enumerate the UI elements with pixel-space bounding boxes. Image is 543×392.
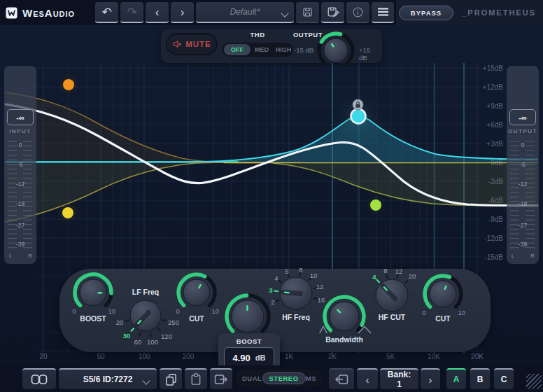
save-icon: [302, 6, 313, 18]
chevron-right-icon: ›: [181, 6, 185, 18]
mute-speaker-icon: [172, 39, 182, 49]
output-meter-r: R: [530, 253, 535, 259]
load-from-icon: [334, 374, 348, 385]
output-meter-l: L: [512, 253, 514, 259]
popup-param-label: BOOST: [218, 337, 280, 345]
mode-ms[interactable]: MS: [306, 374, 316, 382]
channel-mode-group: DUAL STEREO MS: [235, 370, 323, 387]
svg-text:20: 20: [39, 353, 48, 360]
slot-c-button[interactable]: C: [494, 368, 514, 389]
svg-text:-6: -6: [520, 161, 526, 168]
prev-bank-button[interactable]: ‹: [357, 368, 378, 389]
resize-grip[interactable]: [526, 374, 542, 389]
thd-option-high[interactable]: HIGH: [273, 46, 294, 53]
svg-text:+12dB: +12dB: [483, 83, 504, 91]
save-button[interactable]: [296, 2, 319, 23]
mode-stereo[interactable]: STEREO: [262, 372, 306, 384]
input-meter: -∞ INPUT 0-6-12-18-27-39LR: [4, 66, 36, 264]
undo-icon: ↶: [101, 6, 111, 18]
bank-label: Bank: 1: [384, 370, 414, 389]
chevron-left-icon: ‹: [366, 374, 369, 386]
save-as-button[interactable]: [321, 2, 344, 23]
svg-text:-39: -39: [519, 241, 528, 248]
output-meter-scale: 0-6-12-18-27-39LR: [507, 66, 539, 264]
bank-display[interactable]: Bank: 1: [380, 368, 418, 389]
hf-boost-handle[interactable]: [351, 109, 366, 124]
output-title: OUTPUT: [293, 31, 323, 38]
next-preset-button[interactable]: ›: [171, 2, 194, 23]
bottom-toolbar: S5/6 ID:7272 DUAL STEREO MS: [0, 365, 543, 392]
link-channels-icon: [31, 374, 48, 385]
thd-option-off[interactable]: OFF: [224, 44, 251, 55]
svg-text:-18: -18: [16, 200, 25, 207]
paste-button[interactable]: [185, 368, 207, 389]
svg-text:0: 0: [521, 141, 525, 148]
thd-option-med[interactable]: MED: [251, 46, 273, 53]
thd-title: THD: [250, 31, 265, 38]
lf-boost-handle[interactable]: [63, 79, 74, 90]
svg-text:-39: -39: [16, 241, 25, 248]
svg-text:50: 50: [97, 353, 105, 360]
prometheus-plugin-window: WesAudio ↶ ↷ ‹ › Default*: [0, 0, 543, 392]
top-right-panel: BYPASS _PROMETHEUS: [396, 0, 543, 25]
lf-cut-handle[interactable]: [62, 207, 73, 218]
svg-text:2K: 2K: [328, 353, 337, 360]
svg-text:-27: -27: [519, 222, 528, 229]
input-meter-scale: 0-6-12-18-27-39LR: [4, 66, 36, 264]
hf-cut-handle[interactable]: [370, 200, 381, 211]
svg-text:+6dB: +6dB: [486, 121, 503, 129]
prev-preset-button[interactable]: ‹: [146, 2, 169, 23]
thd-output-panel: MUTE THD OFF MED HIGH OUTPUT -15 dB +15 …: [161, 29, 382, 63]
info-icon: [352, 6, 364, 18]
undo-button[interactable]: ↶: [95, 2, 118, 23]
preset-selector[interactable]: Default*: [196, 2, 294, 23]
copy-icon: [165, 373, 177, 386]
channel-link-button[interactable]: [22, 368, 56, 389]
output-max-label: +15 dB: [359, 46, 374, 62]
svg-text:-6: -6: [17, 161, 23, 168]
info-button[interactable]: [346, 2, 369, 23]
svg-text:+9dB: +9dB: [486, 102, 503, 110]
hamburger-menu-icon: [377, 7, 389, 17]
mute-label: MUTE: [185, 40, 211, 48]
save-as-icon: [327, 6, 339, 18]
copy-to-channel-button[interactable]: [210, 368, 232, 389]
channel-selector[interactable]: S5/6 ID:7272: [59, 368, 157, 389]
svg-text:-9dB: -9dB: [488, 216, 503, 223]
svg-text:-12dB: -12dB: [484, 234, 503, 242]
logo-text: WesAudio: [22, 7, 75, 19]
wesaudio-logo: WesAudio: [6, 4, 75, 22]
copy-button[interactable]: [160, 368, 182, 389]
next-bank-button[interactable]: ›: [421, 368, 440, 389]
svg-text:0: 0: [19, 141, 22, 148]
svg-text:5K: 5K: [386, 353, 395, 360]
thd-toggle-group: OFF MED HIGH: [222, 43, 293, 57]
input-meter-r: R: [28, 253, 32, 259]
chevron-down-icon: [281, 9, 288, 17]
menu-button[interactable]: [372, 2, 394, 23]
wesaudio-logo-icon: [6, 7, 17, 19]
svg-text:-12: -12: [16, 181, 25, 188]
redo-icon: ↷: [127, 6, 136, 18]
channel-label: S5/6 ID:7272: [83, 374, 133, 384]
mode-dual[interactable]: DUAL: [242, 374, 262, 382]
recall-bank-button[interactable]: [329, 368, 354, 389]
output-min-label: -15 dB: [294, 46, 313, 54]
chevron-right-icon: ›: [429, 374, 432, 386]
svg-text:-27: -27: [16, 222, 25, 229]
paste-clipboard-icon: [190, 373, 202, 386]
slot-b-button[interactable]: B: [470, 368, 490, 389]
redo-button[interactable]: ↷: [120, 2, 143, 23]
svg-text:1K: 1K: [285, 353, 294, 360]
svg-text:-15dB: -15dB: [484, 253, 503, 261]
mute-button[interactable]: MUTE: [166, 33, 218, 55]
svg-text:-12: -12: [519, 181, 528, 188]
input-meter-l: L: [9, 253, 12, 259]
preset-name: Default*: [230, 7, 260, 17]
bypass-button[interactable]: BYPASS: [399, 6, 453, 20]
top-toolbar: WesAudio ↶ ↷ ‹ › Default*: [0, 0, 543, 25]
svg-text:200: 200: [183, 353, 195, 360]
svg-text:100: 100: [139, 353, 150, 360]
slot-a-button[interactable]: A: [446, 368, 466, 389]
brand-label: _PROMETHEUS: [462, 8, 536, 17]
